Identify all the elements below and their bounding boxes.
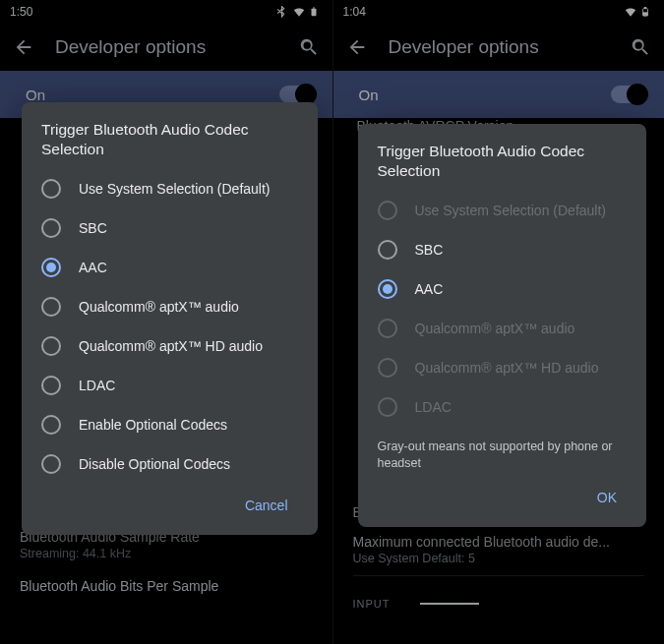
codec-option[interactable]: Disable Optional Codecs	[41, 444, 298, 484]
radio-icon	[41, 297, 61, 317]
codec-option[interactable]: Qualcomm® aptX™ audio	[41, 287, 298, 326]
codec-option[interactable]: SBC	[41, 208, 298, 248]
radio-icon	[41, 258, 61, 277]
dialog-title: Trigger Bluetooth Audio Codec Selection	[378, 142, 628, 181]
dialog-title: Trigger Bluetooth Audio Codec Selection	[41, 120, 298, 159]
option-label: AAC	[79, 260, 107, 275]
codec-option[interactable]: Enable Optional Codecs	[41, 405, 298, 444]
option-label: Use System Selection (Default)	[79, 181, 271, 197]
codec-option[interactable]: SBC	[378, 230, 628, 269]
phone-left: 1:50 Developer options On Bluetoot	[0, 0, 332, 644]
option-label: SBC	[79, 220, 107, 236]
radio-icon	[378, 240, 397, 260]
codec-option: LDAC	[378, 387, 628, 427]
radio-icon	[41, 179, 61, 199]
option-label: Disable Optional Codecs	[79, 456, 230, 472]
radio-icon	[378, 358, 397, 378]
codec-option[interactable]: AAC	[378, 269, 628, 309]
codec-option[interactable]: Qualcomm® aptX™ HD audio	[41, 326, 298, 366]
option-label: Enable Optional Codecs	[79, 417, 227, 433]
codec-dialog: Trigger Bluetooth Audio Codec Selection …	[358, 124, 647, 527]
radio-icon	[378, 319, 397, 338]
codec-option[interactable]: AAC	[41, 248, 298, 287]
radio-icon	[41, 454, 61, 474]
radio-icon	[378, 279, 397, 299]
radio-icon	[41, 218, 61, 238]
codec-option: Qualcomm® aptX™ HD audio	[378, 348, 628, 387]
radio-icon	[41, 376, 61, 395]
cancel-button[interactable]: Cancel	[235, 492, 298, 519]
codec-option[interactable]: Use System Selection (Default)	[41, 169, 298, 208]
option-label: Use System Selection (Default)	[415, 203, 607, 218]
option-label: Qualcomm® aptX™ HD audio	[79, 338, 263, 354]
option-label: Qualcomm® aptX™ HD audio	[415, 360, 599, 376]
codec-option: Use System Selection (Default)	[378, 191, 628, 230]
codec-option: Qualcomm® aptX™ audio	[378, 309, 628, 348]
option-label: Qualcomm® aptX™ audio	[79, 299, 239, 315]
option-label: Qualcomm® aptX™ audio	[415, 321, 575, 336]
option-label: SBC	[415, 242, 444, 258]
option-label: LDAC	[79, 378, 115, 393]
radio-icon	[378, 397, 397, 417]
option-label: AAC	[415, 281, 444, 297]
radio-icon	[41, 415, 61, 435]
codec-option[interactable]: LDAC	[41, 366, 298, 405]
radio-icon	[378, 201, 397, 220]
ok-button[interactable]: OK	[587, 484, 627, 511]
dialog-footer-text: Gray-out means not supported by phone or…	[378, 439, 628, 472]
radio-icon	[41, 336, 61, 356]
codec-dialog: Trigger Bluetooth Audio Codec Selection …	[22, 102, 318, 535]
option-label: LDAC	[415, 399, 452, 415]
phone-right: 1:04 Developer options On Bluetooth AVRC…	[332, 0, 665, 644]
